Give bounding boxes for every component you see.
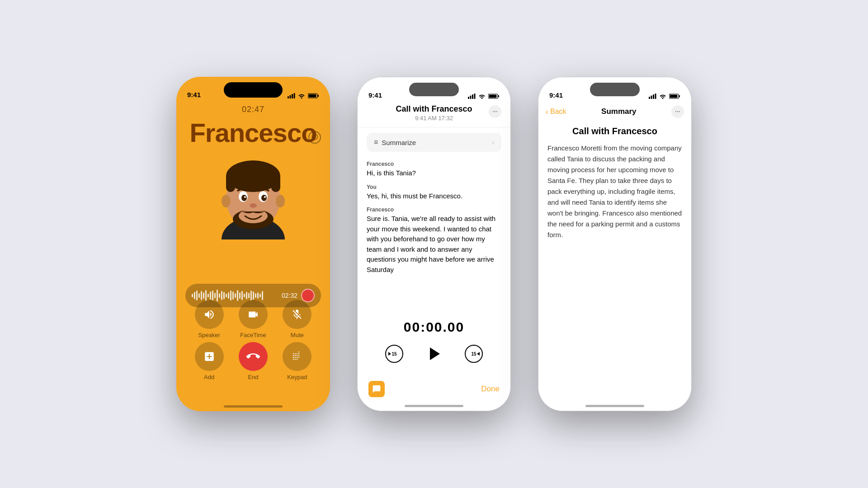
summarize-button[interactable]: ≡ Summarize ›	[367, 133, 501, 152]
memoji-avatar	[208, 149, 298, 239]
home-indicator-3	[585, 405, 644, 407]
facetime-icon	[247, 309, 259, 320]
phone-1-active-call: 9:41 ⓘ 02:47 Fra	[176, 77, 330, 411]
fast-forward-icon: 15	[464, 344, 483, 363]
wifi-icon-2	[478, 94, 486, 99]
msg-sender-0: Francesco	[367, 161, 501, 167]
mute-label: Mute	[291, 332, 304, 338]
status-time-2: 9:41	[368, 91, 382, 99]
add-icon	[203, 351, 215, 362]
facetime-circle	[239, 300, 268, 329]
end-button[interactable]: End	[239, 342, 268, 380]
phone-2-transcript: 9:41 Call with Fran	[357, 77, 511, 411]
avatar-container	[208, 149, 298, 239]
phones-container: 9:41 ⓘ 02:47 Fra	[176, 77, 692, 411]
svg-point-14	[276, 195, 285, 207]
speaker-circle	[195, 300, 224, 329]
dynamic-island-2	[409, 83, 459, 96]
svg-rect-30	[489, 95, 497, 98]
rewind-icon: 15	[385, 344, 404, 363]
svg-point-18	[261, 195, 267, 201]
fast-forward-button[interactable]: 15	[464, 344, 484, 364]
done-button[interactable]: Done	[481, 385, 500, 394]
play-button[interactable]	[422, 342, 446, 366]
call-timer: 02:47	[242, 105, 264, 114]
svg-rect-3	[294, 93, 295, 99]
controls-row-1: Speaker FaceTime	[187, 300, 319, 338]
mute-icon	[291, 309, 303, 320]
summarize-chevron-icon: ›	[492, 139, 494, 146]
phone-1-content: ⓘ 02:47 Francesco	[176, 77, 330, 411]
chat-icon	[372, 385, 381, 394]
svg-rect-36	[651, 96, 652, 99]
svg-point-23	[239, 209, 268, 223]
battery-icon-3	[669, 94, 680, 99]
bottom-toolbar: Done	[358, 381, 510, 397]
signal-icon-2	[468, 94, 476, 99]
svg-text:15: 15	[392, 352, 397, 357]
msg-text-0: Hi, is this Tania?	[367, 168, 501, 178]
caller-name: Francesco	[189, 117, 316, 148]
waveform-time: 02:32	[282, 292, 297, 299]
keypad-button[interactable]: Keypad	[283, 342, 311, 380]
svg-rect-35	[649, 97, 650, 99]
summarize-left: ≡ Summarize	[374, 138, 416, 146]
speech-bubble-icon[interactable]	[368, 381, 385, 397]
svg-point-17	[241, 195, 247, 201]
svg-rect-25	[470, 96, 472, 99]
more-options-button[interactable]: ···	[489, 105, 501, 118]
phone-3-summary: 9:41 ‹	[538, 77, 692, 411]
transcript-title: Call with Francesco	[367, 104, 501, 114]
add-button[interactable]: Add	[195, 342, 224, 380]
signal-icon-3	[649, 94, 656, 99]
home-indicator-1	[224, 405, 283, 408]
end-call-icon	[246, 350, 260, 363]
back-button[interactable]: ‹ Back	[546, 107, 566, 117]
svg-text:15: 15	[471, 352, 476, 357]
add-circle	[195, 342, 224, 371]
dynamic-island-3	[590, 83, 640, 96]
battery-icon-2	[488, 94, 500, 99]
status-icons-2	[468, 94, 500, 99]
svg-rect-27	[474, 94, 476, 99]
speaker-button[interactable]: Speaker	[195, 300, 224, 338]
facetime-button[interactable]: FaceTime	[239, 300, 268, 338]
keypad-circle	[283, 342, 311, 371]
svg-rect-1	[290, 95, 291, 99]
status-icons-3	[649, 94, 680, 99]
svg-rect-37	[653, 94, 654, 99]
add-label: Add	[204, 374, 214, 380]
svg-rect-6	[309, 94, 316, 98]
svg-rect-5	[318, 95, 319, 97]
status-icons-1	[288, 93, 319, 99]
summary-nav: ‹ Back Summary ···	[538, 102, 691, 122]
rewind-button[interactable]: 15	[384, 344, 404, 364]
play-triangle	[430, 347, 440, 360]
msg-text-1: Yes, hi, this must be Francesco.	[367, 191, 501, 202]
summary-text: Francesco Moretti from the moving compan…	[547, 143, 682, 240]
battery-icon	[308, 93, 319, 99]
svg-rect-11	[226, 174, 235, 192]
summary-call-title: Call with Francesco	[547, 126, 682, 136]
mute-button[interactable]: Mute	[283, 300, 311, 338]
status-time-3: 9:41	[549, 91, 563, 99]
svg-point-20	[264, 196, 266, 198]
controls-row-2: Add End	[187, 342, 319, 380]
svg-rect-2	[292, 94, 293, 99]
svg-point-19	[244, 196, 246, 198]
dynamic-island-1	[224, 82, 283, 98]
keypad-icon	[292, 351, 302, 362]
transcript-date: 9:41 AM 17:32	[367, 115, 501, 122]
playback-controls: 15 15	[384, 342, 484, 366]
phone-3-content: ‹ Back Summary ··· Call with Francesco F…	[538, 77, 691, 411]
home-indicator-2	[405, 405, 463, 407]
back-chevron-icon: ‹	[546, 107, 548, 117]
svg-rect-26	[472, 94, 473, 99]
speaker-label: Speaker	[198, 332, 220, 338]
transcript-message-2: Francesco Sure is. Tania, we're all read…	[367, 206, 501, 275]
summary-more-button[interactable]: ···	[671, 105, 684, 118]
playback-time: 00:00.00	[404, 319, 464, 335]
svg-rect-29	[498, 95, 499, 98]
svg-point-13	[222, 195, 231, 207]
summarize-label: Summarize	[382, 139, 416, 146]
